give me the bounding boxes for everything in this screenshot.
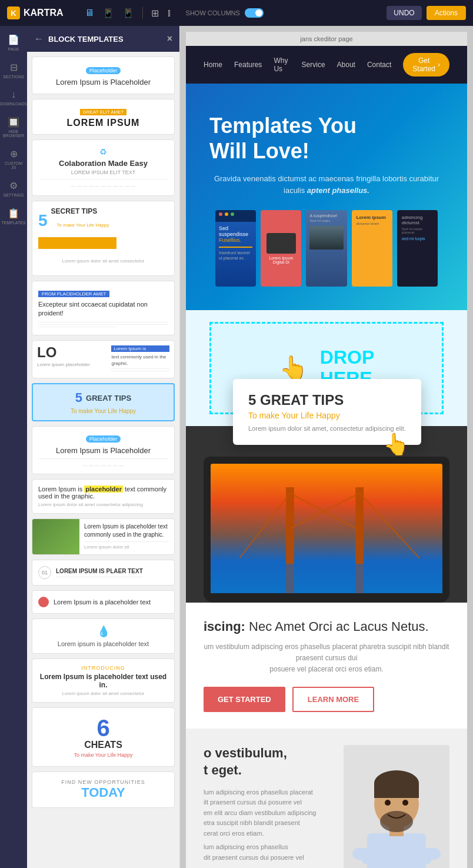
template-card-7[interactable]: 5 GREAT TIPS To make Your Life Happy bbox=[32, 383, 175, 421]
bridge-svg bbox=[211, 464, 442, 593]
fp-title-main: GREAT TIPS bbox=[260, 392, 344, 408]
hero-preview-5: adisincing dictumst Sed mi turpis placer… bbox=[397, 210, 438, 287]
tc12-dot bbox=[38, 597, 49, 607]
undo-button[interactable]: UNDO bbox=[387, 6, 421, 20]
svg-rect-20 bbox=[399, 854, 432, 864]
columns-icon[interactable]: ⫿ bbox=[167, 8, 172, 18]
page-name: jans ckeditor page bbox=[300, 35, 352, 42]
template-card-15[interactable]: 6 CHEATS To make Your Life Happy bbox=[32, 707, 175, 767]
get-started-button[interactable]: GET STARTED bbox=[204, 687, 285, 712]
nav-service[interactable]: Service bbox=[302, 61, 325, 69]
toolbar-right: UNDO Actions bbox=[387, 6, 466, 20]
tc4-title: SECRET TIPS bbox=[51, 207, 115, 215]
fp-title-num: 5 bbox=[248, 392, 260, 408]
toggle-switch[interactable] bbox=[245, 8, 264, 18]
fp-subtitle: To make Your Life Happy bbox=[248, 411, 406, 420]
tc6-badge: Lorem Ipsum is bbox=[111, 345, 169, 352]
tc5-badge: FROM PLACEHOLDER AMET bbox=[38, 291, 109, 297]
svg-point-15 bbox=[385, 800, 391, 806]
grid-icon[interactable]: ⊞ bbox=[151, 8, 159, 19]
template-card-8[interactable]: Placeholder Lorem Ipsum is Placeholder —… bbox=[32, 426, 175, 474]
tc13-title: Lorem ipsum is placeholder text bbox=[38, 640, 168, 647]
logo: K KARTRA bbox=[7, 6, 64, 19]
floating-preview-wrapper: 5 GREAT TIPS To make Your Life Happy Lor… bbox=[233, 379, 467, 445]
page-editor: jans ckeditor page Home Features Why Us … bbox=[180, 26, 473, 868]
downloads-icon: ↓ bbox=[11, 89, 16, 100]
person-image-wrapper bbox=[344, 745, 449, 868]
template-card-4[interactable]: 5 SECRET TIPS To make Your Life Happy Lo… bbox=[32, 201, 175, 276]
main-content: jans ckeditor page Home Features Why Us … bbox=[180, 26, 473, 868]
about-title: o vestibulum,t eget. bbox=[204, 745, 332, 779]
sidebar-label-downloads: DOWNLOADS bbox=[0, 102, 27, 106]
tc3-lines: — — — — — — — — — — — bbox=[39, 183, 167, 188]
page-icon: 📄 bbox=[8, 34, 19, 45]
svg-rect-13 bbox=[374, 783, 419, 798]
template-card-9[interactable]: Lorem Ipsum is placeholder text commonly… bbox=[32, 479, 175, 514]
section-desc: um vestibulum adipiscing eros phasellus … bbox=[204, 641, 449, 676]
nav-about[interactable]: About bbox=[337, 61, 355, 69]
sidebar-item-settings[interactable]: ⚙ SETTINGS bbox=[2, 177, 25, 201]
cta-buttons: GET STARTED LEARN MORE bbox=[204, 687, 449, 712]
template-card-10[interactable]: Lorem Ipsum is placeholder text commonly… bbox=[32, 518, 175, 555]
mobile-icon[interactable]: 📱 bbox=[122, 8, 134, 19]
template-card-11[interactable]: 01 LOREM IPSUM IS PLAER TEXT bbox=[32, 560, 175, 586]
nav-home[interactable]: Home bbox=[204, 61, 222, 69]
template-card-16[interactable]: FIND NEW OPPORTUNITIES TODAY bbox=[32, 771, 175, 808]
tc8-title: Lorem Ipsum is Placeholder bbox=[38, 446, 168, 455]
template-card-6[interactable]: LO Lorem ipsum placeholder Lorem Ipsum i… bbox=[32, 340, 175, 378]
sidebar-item-custom[interactable]: ⊕ CUSTOM JS bbox=[2, 145, 25, 173]
sidebar-item-templates[interactable]: 📋 TEMPLATES bbox=[2, 204, 25, 228]
sidebar-label-sections: SECTIONS bbox=[3, 75, 24, 79]
tc7-num: 5 bbox=[75, 390, 82, 405]
show-columns-toggle[interactable]: SHOW COLUMNS bbox=[186, 8, 264, 18]
panel-close-button[interactable]: × bbox=[167, 34, 172, 44]
nav-features[interactable]: Features bbox=[234, 61, 262, 69]
sidebar-item-page[interactable]: 📄 PAGE bbox=[2, 31, 25, 55]
sidebar-item-sections[interactable]: ⊟ SECTIONS bbox=[2, 58, 25, 82]
panel-title: BLOCK TEMPLATES bbox=[48, 35, 124, 44]
hero-preview-4: Lorem ipsum dictumst lorem bbox=[352, 210, 392, 287]
tc11-title: LOREM IPSUM IS PLAER TEXT bbox=[56, 568, 143, 574]
desktop-icon[interactable]: 🖥 bbox=[85, 8, 94, 18]
about-text: o vestibulum,t eget. lum adipiscing eros… bbox=[204, 745, 332, 868]
tc15-sub: To make Your Life Happy bbox=[41, 752, 166, 758]
panel-back-button[interactable]: ← bbox=[34, 34, 44, 44]
template-card-1[interactable]: Placeholder Lorem Ipsum is Placeholder bbox=[32, 56, 175, 94]
tc6-lo: LO bbox=[37, 345, 108, 360]
tc7-sub: To make Your Life Happy bbox=[39, 408, 168, 414]
custom-icon: ⊕ bbox=[10, 148, 18, 159]
tc6-text: text commonly used in the graphic. bbox=[111, 354, 169, 367]
tablet-icon[interactable]: 📱 bbox=[102, 8, 114, 19]
website-preview: Home Features Why Us Service About Conta… bbox=[186, 46, 467, 868]
learn-more-button[interactable]: LEARN MORE bbox=[292, 687, 374, 712]
hero-subtitle: Gravida venenatis dictumst ac maecenas f… bbox=[209, 173, 444, 196]
template-card-2[interactable]: GREAT ELIT AMET LOREM IPSUM bbox=[32, 99, 175, 135]
template-card-5[interactable]: FROM PLACEHOLDER AMET Excepteur sint occ… bbox=[32, 281, 175, 335]
tc7-title: GREAT TIPS bbox=[86, 394, 131, 403]
about-desc-2: lum adipiscing eros phasellus dit praese… bbox=[204, 842, 332, 863]
actions-button[interactable]: Actions bbox=[427, 6, 466, 20]
template-card-3[interactable]: ♻ Colaboration Made Easy LOREM IPSUM ELI… bbox=[32, 139, 175, 196]
sidebar-label-templates: TEMPLATES bbox=[1, 221, 25, 225]
tc14-title: Lorem Ipsum is placeholder text used in. bbox=[38, 673, 168, 689]
template-card-13[interactable]: 💧 Lorem ipsum is placeholder text bbox=[32, 618, 175, 654]
template-card-14[interactable]: INTRODUCING Lorem Ipsum is placeholder t… bbox=[32, 659, 175, 703]
tc3-title: Colaboration Made Easy bbox=[39, 159, 167, 168]
tc9-sub: Lorem ipsum dolor sit amet consectetur a… bbox=[38, 502, 168, 507]
page-name-bar: jans ckeditor page bbox=[186, 32, 467, 46]
sections-icon: ⊟ bbox=[10, 62, 18, 73]
tc3-icon: ♻ bbox=[39, 147, 167, 157]
sidebar-item-hide-browser[interactable]: 🔲 HIDE BROWSER bbox=[2, 113, 25, 141]
sidebar-item-downloads[interactable]: ↓ DOWNLOADS bbox=[2, 86, 25, 109]
tc16-title: TODAY bbox=[39, 785, 167, 800]
template-card-12[interactable]: Lorem Ipsum is a placeholder text bbox=[32, 590, 175, 614]
nav-cta-button[interactable]: Get Started › bbox=[403, 53, 449, 77]
nav-why-us[interactable]: Why Us bbox=[274, 56, 289, 73]
tc3-sub: LOREM IPSUM ELIT TEXT bbox=[39, 169, 167, 175]
tc10-img bbox=[32, 519, 79, 554]
nav-contact[interactable]: Contact bbox=[367, 61, 391, 69]
svg-point-16 bbox=[402, 800, 408, 806]
tc14-intro: INTRODUCING bbox=[38, 665, 168, 671]
fp-desc: Lorem ipsum dolor sit amet, consectetur … bbox=[248, 425, 406, 432]
sidebar-label-page: PAGE bbox=[8, 47, 19, 51]
